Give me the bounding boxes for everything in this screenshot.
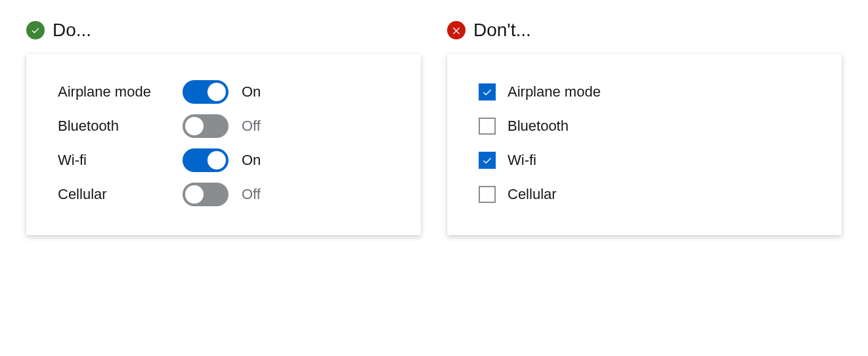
check-row-wifi: Wi-fi: [479, 143, 810, 177]
do-column: Do... Airplane mode On Bluetooth Off Wi-…: [26, 20, 421, 235]
switch-state-text: On: [242, 83, 261, 100]
switch-row-airplane: Airplane mode On: [58, 75, 389, 109]
do-card: Airplane mode On Bluetooth Off Wi-fi On: [26, 54, 421, 235]
switch-label: Bluetooth: [58, 118, 183, 135]
switch-state-text: Off: [242, 118, 261, 135]
checkbox-wifi[interactable]: [479, 152, 496, 169]
checkbox-label: Bluetooth: [508, 118, 569, 135]
checkbox-label: Wi-fi: [508, 152, 536, 169]
dont-column: Don't... Airplane mode Bluetooth Wi-fi: [447, 20, 842, 235]
check-row-bluetooth: Bluetooth: [479, 109, 810, 143]
check-row-cellular: Cellular: [479, 177, 810, 211]
switch-row-cellular: Cellular Off: [58, 177, 389, 211]
switch-label: Cellular: [58, 186, 183, 203]
checkbox-bluetooth[interactable]: [479, 118, 496, 135]
checkbox-label: Airplane mode: [508, 83, 601, 100]
dont-card: Airplane mode Bluetooth Wi-fi Cellular: [447, 54, 842, 235]
checkbox-cellular[interactable]: [479, 186, 496, 203]
switch-row-wifi: Wi-fi On: [58, 143, 389, 177]
check-circle-icon: [26, 21, 45, 39]
checkbox-airplane[interactable]: [479, 83, 496, 100]
dont-heading-text: Don't...: [473, 20, 531, 41]
switch-wifi[interactable]: [183, 148, 228, 172]
do-heading: Do...: [26, 20, 421, 41]
switch-label: Airplane mode: [58, 83, 183, 100]
do-heading-text: Do...: [53, 20, 91, 41]
check-row-airplane: Airplane mode: [479, 75, 810, 109]
dont-heading: Don't...: [447, 20, 842, 41]
switch-airplane[interactable]: [183, 80, 228, 104]
x-circle-icon: [447, 21, 466, 39]
switch-cellular[interactable]: [183, 183, 228, 206]
switch-bluetooth[interactable]: [183, 114, 228, 138]
switch-state-text: Off: [242, 186, 261, 203]
switch-label: Wi-fi: [58, 152, 183, 169]
checkbox-label: Cellular: [508, 186, 557, 203]
switch-row-bluetooth: Bluetooth Off: [58, 109, 389, 143]
switch-state-text: On: [242, 152, 261, 169]
